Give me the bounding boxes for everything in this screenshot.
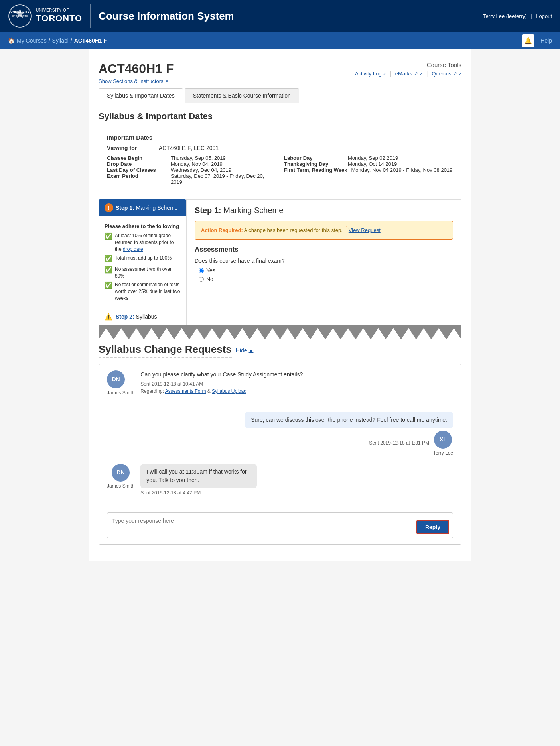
breadcrumb-syllabi[interactable]: Syllabi [52, 37, 69, 44]
message-block-2: Sure, can we discuss this over the phone… [99, 402, 461, 506]
action-required-text: Action Required: A change has been reque… [201, 227, 343, 233]
emarks-link[interactable]: eMarks ↗ [395, 71, 422, 77]
james2-avatar-area: DN James Smith [107, 464, 134, 489]
radio-no[interactable]: No [199, 276, 453, 282]
separator: | [531, 13, 532, 19]
date-value-classes-begin: Thursday, Sep 05, 2019 [171, 155, 226, 161]
logo-area: UNIVERSITY OF TORONTO UNIVERSITY OF TORO… [8, 4, 91, 28]
date-value-exam-period: Saturday, Dec 07, 2019 - Friday, Dec 20,… [171, 173, 276, 185]
message-from-james: DN James Smith Can you please clarify wh… [107, 370, 453, 396]
logout-link[interactable]: Logout [536, 13, 552, 19]
hide-link[interactable]: Hide ▲ [236, 347, 254, 354]
reply-row: Reply [107, 512, 453, 538]
james2-bubble: I will call you at 11:30am if that works… [140, 464, 257, 488]
adhere-item-2: ✅ No assessment worth over 80% [105, 266, 180, 280]
adhere-box: Please adhere to the following ✅ At leas… [99, 219, 186, 308]
message-1-meta: Sent 2019-12-18 at 10:41 AM [140, 381, 453, 387]
change-requests-title: Syllabus Change Requests [99, 343, 232, 358]
date-label-drop-date: Drop Date [107, 161, 167, 167]
nav-right: 🔔 Help [522, 34, 552, 47]
reply-box: Reply [99, 506, 461, 544]
message-1-text: Can you please clarify what your Case St… [140, 370, 453, 379]
check-icon-0: ✅ [105, 232, 112, 241]
message-1-regarding: Regarding: Assessments Form & Syllabus U… [140, 388, 453, 394]
help-link[interactable]: Help [540, 37, 552, 44]
adhere-item-1: ✅ Total must add up to 100% [105, 255, 180, 263]
view-request-link[interactable]: View Request [346, 226, 383, 234]
bell-button[interactable]: 🔔 [522, 34, 534, 47]
terry-message-time: Sent 2019-12-18 at 1:31 PM [369, 440, 429, 446]
message-from-terry: Sure, can we discuss this over the phone… [107, 408, 453, 460]
james-avatar-area: DN James Smith [107, 370, 134, 396]
course-header-left: ACT460H1 F Show Sections & Instructors [99, 61, 174, 84]
date-value-drop-date: Monday, Nov 04, 2019 [171, 161, 223, 167]
activity-log-link[interactable]: Activity Log [355, 71, 386, 77]
date-row-last-day: Last Day of Classes Wednesday, Dec 04, 2… [107, 167, 276, 173]
course-header: ACT460H1 F Show Sections & Instructors C… [99, 61, 461, 84]
logo-text: UNIVERSITY OF TORONTO [36, 8, 82, 24]
assessments-form-link[interactable]: Assessments Form [165, 388, 206, 394]
terry-avatar: XL [434, 431, 452, 449]
toronto-label: TORONTO [36, 13, 82, 24]
reply-textarea[interactable] [107, 512, 453, 538]
tab-syllabus-important-dates[interactable]: Syllabus & Important Dates [99, 88, 183, 103]
course-tools: Course Tools Activity Log | eMarks ↗ | Q… [355, 61, 461, 77]
date-label-labour-day: Labour Day [284, 155, 344, 161]
course-tools-links: Activity Log | eMarks ↗ | Quercus ↗ [355, 70, 461, 77]
radio-yes-label: Yes [206, 267, 215, 274]
message-james-reply2: DN James Smith I will call you at 11:30a… [107, 460, 453, 500]
final-exam-question: Does this course have a final exam? [195, 258, 453, 264]
tabs: Syllabus & Important Dates Statements & … [99, 88, 461, 103]
show-sections-link[interactable]: Show Sections & Instructors [99, 78, 174, 84]
steps-layout: ! Step 1: Marking Scheme Please adhere t… [99, 199, 461, 325]
university-crest-icon: UNIVERSITY OF TORONTO [8, 4, 32, 28]
drop-date-link[interactable]: drop date [123, 246, 143, 252]
step1-sidebar-label: Step 1: Marking Scheme [116, 205, 178, 211]
syllabus-upload-link[interactable]: Syllabus Upload [212, 388, 246, 394]
radio-yes-input[interactable] [199, 268, 204, 273]
step2-sidebar-item[interactable]: ⚠️ Step 2: Syllabus [99, 308, 186, 325]
radio-no-input[interactable] [199, 277, 204, 282]
date-label-reading-week: First Term, Reading Week [284, 167, 347, 173]
course-title: ACT460H1 F [99, 61, 174, 76]
conversation-container: DN James Smith Can you please clarify wh… [99, 364, 461, 545]
adhere-text-3: No test or combination of tests worth ov… [115, 281, 180, 301]
message-1-body: Can you please clarify what your Case St… [140, 370, 453, 394]
adhere-text-1: Total must add up to 100% [115, 255, 172, 262]
action-required-box: Action Required: A change has been reque… [195, 221, 453, 240]
reply-button[interactable]: Reply [416, 520, 449, 534]
radio-group-exam: Yes No [199, 267, 453, 282]
adhere-text-0: At least 10% of final grade returned to … [115, 232, 180, 252]
quercus-link[interactable]: Quercus ↗ [432, 71, 461, 77]
radio-yes[interactable]: Yes [199, 267, 453, 274]
james-avatar: DN [107, 370, 125, 388]
date-value-last-day: Wednesday, Dec 04, 2019 [171, 167, 231, 173]
terry-name: Terry Lee [433, 450, 453, 456]
terry-avatar-area: XL Terry Lee [433, 431, 453, 456]
terry-message-meta: Sent 2019-12-18 at 1:31 PM XL Terry Lee [369, 431, 453, 456]
adhere-item-3: ✅ No test or combination of tests worth … [105, 281, 180, 301]
change-requests-section: Syllabus Change Requests Hide ▲ DN James… [99, 339, 461, 553]
dates-grid: Classes Begin Thursday, Sep 05, 2019 Dro… [107, 155, 453, 185]
date-row-reading-week: First Term, Reading Week Monday, Nov 04 … [284, 167, 453, 173]
arrow-up-icon: ▲ [249, 348, 254, 353]
viewing-for-value: ACT460H1 F, LEC 2001 [159, 145, 219, 151]
tab-statements-basic[interactable]: Statements & Basic Course Information [185, 88, 299, 103]
warning-circle-icon: ! [105, 203, 113, 212]
important-dates-box: Important Dates Viewing for ACT460H1 F, … [99, 128, 461, 191]
change-requests-header: Syllabus Change Requests Hide ▲ [99, 343, 461, 358]
step2-label: Step 2: Syllabus [116, 313, 157, 320]
james2-meta: Sent 2019-12-18 at 4:42 PM [140, 490, 307, 496]
section-title: Syllabus & Important Dates [99, 111, 461, 122]
step1-sidebar-item[interactable]: ! Step 1: Marking Scheme [99, 199, 186, 216]
course-tools-title: Course Tools [355, 61, 461, 68]
adhere-text-2: No assessment worth over 80% [115, 266, 180, 280]
james2-avatar: DN [112, 464, 130, 482]
breadcrumb-my-courses[interactable]: My Courses [17, 37, 47, 44]
dates-box-title: Important Dates [107, 134, 453, 141]
james2-name: James Smith [107, 483, 134, 489]
user-area: Terry Lee (leeterry) | Logout [483, 13, 552, 19]
breadcrumb-current: ACT460H1 F [74, 37, 107, 44]
warning-icon-step2: ⚠️ [105, 313, 112, 321]
check-icon-3: ✅ [105, 281, 112, 290]
